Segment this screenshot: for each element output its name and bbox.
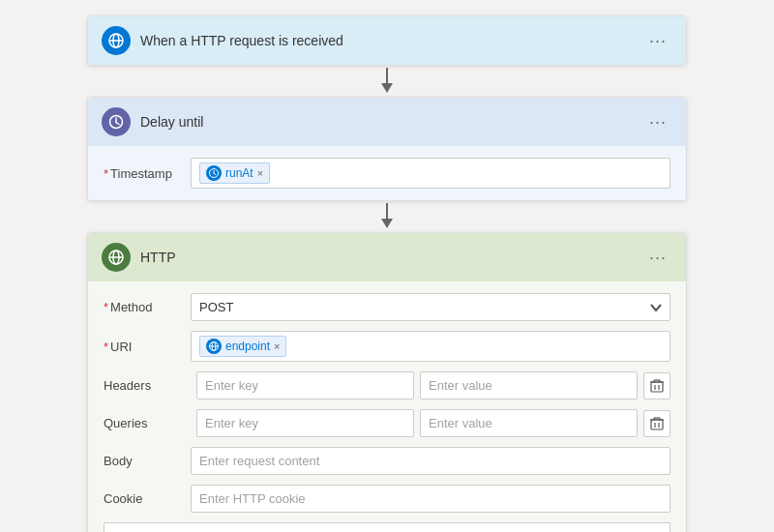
flow-container: When a HTTP request is received ··· Dela…: [15, 15, 759, 532]
svg-marker-12: [381, 219, 393, 228]
method-row: Method POST: [104, 293, 670, 321]
arrow-2: [378, 201, 396, 232]
trigger-card: When a HTTP request is received ···: [87, 15, 687, 66]
endpoint-token-close[interactable]: ×: [274, 340, 280, 352]
method-label: Method: [104, 300, 191, 314]
queries-value-input[interactable]: [420, 409, 638, 437]
endpoint-token-icon: [206, 339, 222, 354]
http-title: HTTP: [140, 250, 643, 265]
trigger-icon: [102, 26, 131, 55]
method-select[interactable]: POST: [191, 293, 670, 321]
headers-delete-button[interactable]: [643, 372, 670, 399]
svg-line-10: [214, 174, 216, 175]
runat-token-close[interactable]: ×: [257, 167, 263, 179]
http-icon: [102, 243, 131, 272]
body-label: Body: [104, 454, 191, 468]
queries-delete-button[interactable]: [643, 410, 670, 437]
runat-token: runAt ×: [199, 163, 270, 184]
delay-card-body: Timestamp runAt ×: [88, 146, 686, 200]
runat-token-label: runAt: [225, 166, 253, 180]
timestamp-label: Timestamp: [104, 166, 191, 181]
delay-title: Delay until: [140, 114, 643, 130]
queries-label: Queries: [104, 416, 191, 430]
headers-key-input[interactable]: [196, 371, 414, 399]
svg-rect-19: [651, 382, 663, 392]
svg-marker-4: [381, 83, 393, 93]
http-card-body: Method POST URI: [88, 281, 686, 532]
cookie-label: Cookie: [104, 491, 191, 506]
uri-row: URI endpoint ×: [104, 331, 670, 362]
arrow-1: [378, 66, 396, 97]
delay-more-button[interactable]: ···: [643, 110, 672, 134]
token-icon: [206, 165, 222, 181]
delay-card: Delay until ··· Timestamp runA: [87, 97, 687, 201]
cookie-row: Cookie: [104, 485, 670, 513]
http-card: HTTP ··· Method POST URI: [87, 232, 687, 532]
svg-line-7: [116, 123, 119, 125]
body-input[interactable]: [191, 447, 670, 475]
delay-card-header: Delay until ···: [88, 98, 686, 146]
trigger-title: When a HTTP request is received: [140, 33, 643, 48]
headers-label: Headers: [104, 378, 191, 393]
headers-row: Headers: [104, 371, 670, 399]
http-card-header: HTTP ···: [88, 233, 686, 281]
timestamp-input[interactable]: runAt ×: [191, 158, 670, 189]
cookie-input[interactable]: [191, 485, 670, 513]
delay-icon: [102, 107, 131, 136]
add-parameter-row[interactable]: Add new parameter: [104, 522, 670, 532]
uri-label: URI: [104, 340, 191, 354]
method-chevron-icon: [650, 304, 662, 311]
trigger-card-header: When a HTTP request is received ···: [88, 16, 686, 65]
queries-row: Queries: [104, 409, 670, 437]
body-row: Body: [104, 447, 670, 475]
method-value: POST: [199, 300, 233, 314]
endpoint-token-label: endpoint: [225, 340, 270, 353]
headers-value-input[interactable]: [420, 371, 638, 399]
http-more-button[interactable]: ···: [643, 246, 672, 270]
uri-input[interactable]: endpoint ×: [191, 331, 670, 362]
queries-key-input[interactable]: [196, 409, 414, 437]
endpoint-token: endpoint ×: [199, 336, 286, 357]
svg-rect-26: [651, 420, 663, 429]
trigger-more-button[interactable]: ···: [643, 29, 672, 53]
timestamp-row: Timestamp runAt ×: [104, 158, 670, 189]
